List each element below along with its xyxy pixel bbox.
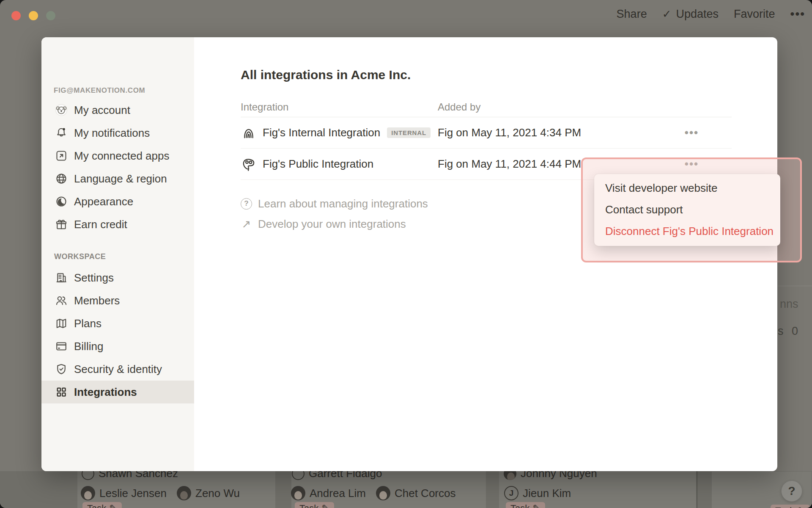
- sidebar-item-settings[interactable]: Settings: [41, 266, 194, 289]
- menu-item-visit-developer-website[interactable]: Visit developer website: [594, 177, 780, 199]
- feather-icon: ✎: [797, 505, 805, 508]
- credit-card-icon: [55, 340, 68, 353]
- sidebar-item-label: Security & identity: [74, 363, 162, 376]
- sidebar-item-label: My connected apps: [74, 149, 169, 163]
- feather-icon: ✎: [109, 503, 117, 508]
- sidebar-item-language-region[interactable]: Language & region: [41, 167, 194, 190]
- menu-item-contact-support[interactable]: Contact support: [594, 199, 780, 221]
- integration-context-menu: Visit developer website Contact support …: [594, 174, 780, 246]
- moon-icon: [55, 195, 68, 208]
- sidebar-item-my-account[interactable]: My account: [41, 99, 194, 121]
- sidebar-item-appearance[interactable]: Appearance: [41, 190, 194, 213]
- sidebar-item-my-connected-apps[interactable]: My connected apps: [41, 144, 194, 167]
- integration-name: Fig's Public Integration: [263, 157, 373, 171]
- row-more-button[interactable]: •••: [685, 126, 699, 139]
- account-email: FIG@MAKENOTION.COM: [54, 86, 145, 95]
- backdrop-text-fragment: 0: [792, 325, 798, 338]
- avatar: [81, 486, 95, 500]
- map-icon: [55, 317, 68, 330]
- footer-links: ? Learn about managing integrations ↗ De…: [241, 193, 428, 234]
- menu-item-disconnect-integration[interactable]: Disconnect Fig's Public Integration: [594, 221, 780, 242]
- bell-icon: [55, 127, 68, 139]
- backdrop-divider-line: [778, 286, 812, 286]
- arrow-up-right-icon: ↗: [241, 218, 252, 231]
- column-header-added-by: Added by: [438, 101, 652, 113]
- backdrop-column-divider: [697, 471, 697, 508]
- sidebar-item-label: Billing: [74, 340, 103, 353]
- sidebar-item-security-identity[interactable]: Security & identity: [41, 358, 194, 381]
- palette-doodle-icon: [241, 156, 257, 172]
- notion-window: Share ✓ Updates Favorite ••• Shawn Sanch…: [0, 0, 812, 508]
- column-header-integration: Integration: [241, 101, 438, 113]
- table-header-row: Integration Added by: [241, 97, 732, 117]
- feather-icon: ✎: [532, 503, 540, 508]
- sidebar-item-label: Earn credit: [74, 218, 127, 231]
- backdrop-text-fragment: s: [778, 325, 784, 338]
- backdrop-text-fragment: nns: [780, 298, 798, 311]
- feather-icon: ✎: [321, 503, 329, 508]
- minimize-window-button[interactable]: [29, 11, 38, 20]
- sidebar-item-label: My account: [74, 104, 130, 117]
- sidebar-item-label: Integrations: [74, 386, 137, 399]
- sidebar-item-members[interactable]: Members: [41, 289, 194, 312]
- task-tag: Task✎: [506, 502, 545, 508]
- backdrop-person-row: Andrea Lim Chet Corcos: [291, 486, 455, 500]
- sidebar-item-label: Language & region: [74, 172, 167, 185]
- task-tag: Task✎: [295, 502, 334, 508]
- close-window-button[interactable]: [11, 11, 21, 20]
- integration-name: Fig's Internal Integration: [263, 126, 380, 139]
- sidebar-item-label: Settings: [74, 271, 114, 284]
- avatar-initial: J: [504, 486, 518, 500]
- screenshot-stage: Share ✓ Updates Favorite ••• Shawn Sanch…: [0, 0, 812, 508]
- window-more-button[interactable]: •••: [790, 7, 805, 21]
- rainbow-doodle-icon: [241, 125, 257, 141]
- backdrop-person-row: J Jieun Kim: [504, 486, 571, 500]
- learn-integrations-link[interactable]: ? Learn about managing integrations: [241, 193, 428, 214]
- sidebar-item-label: Appearance: [74, 195, 133, 208]
- arrow-up-right-box-icon: [55, 149, 68, 162]
- sidebar-item-billing[interactable]: Billing: [41, 335, 194, 358]
- check-icon: ✓: [662, 8, 672, 21]
- develop-integrations-link[interactable]: ↗ Develop your own integrations: [241, 214, 428, 234]
- sidebar-item-label: My notifications: [74, 127, 150, 140]
- task-tag: Task✎: [82, 502, 122, 508]
- settings-sidebar: FIG@MAKENOTION.COM My account: [41, 37, 194, 471]
- question-circle-icon: ?: [241, 198, 252, 210]
- sidebar-item-label: Members: [74, 294, 120, 307]
- sidebar-item-label: Plans: [74, 317, 102, 330]
- window-topbar-menu: Share ✓ Updates Favorite •••: [617, 3, 805, 25]
- avatar: [291, 486, 305, 500]
- building-icon: [55, 271, 68, 284]
- shield-check-icon: [55, 363, 68, 375]
- traffic-lights: [11, 11, 55, 20]
- zoom-window-button[interactable]: [46, 11, 55, 20]
- backdrop-person-row: Leslie Jensen Zeno Wu: [81, 486, 240, 500]
- internal-badge: INTERNAL: [387, 127, 431, 138]
- koala-avatar: [55, 104, 68, 116]
- gift-icon: [55, 218, 68, 231]
- grid-icon: [55, 386, 68, 398]
- table-row: Fig's Internal Integration INTERNAL Fig …: [241, 117, 732, 149]
- share-button[interactable]: Share: [617, 8, 647, 21]
- sidebar-item-earn-credit[interactable]: Earn credit: [41, 213, 194, 236]
- globe-icon: [55, 172, 68, 185]
- avatar: [177, 486, 191, 500]
- task-tag: Task✎: [771, 505, 810, 508]
- workspace-section-label: WORKSPACE: [54, 252, 106, 261]
- added-by-value: Fig on May 11, 2021 4:34 PM: [438, 126, 652, 139]
- sidebar-item-plans[interactable]: Plans: [41, 312, 194, 335]
- updates-button[interactable]: ✓ Updates: [662, 8, 719, 21]
- help-button[interactable]: ?: [781, 480, 802, 502]
- sidebar-item-integrations[interactable]: Integrations: [41, 381, 194, 403]
- avatar: [376, 486, 390, 500]
- favorite-button[interactable]: Favorite: [734, 8, 775, 21]
- sidebar-item-my-notifications[interactable]: My notifications: [41, 121, 194, 144]
- people-icon: [55, 294, 68, 307]
- page-title: All integrations in Acme Inc.: [241, 66, 411, 83]
